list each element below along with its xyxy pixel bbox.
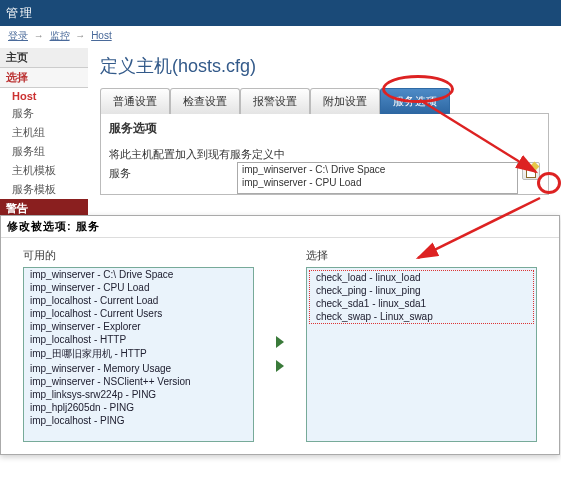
list-item[interactable]: imp_hplj2605dn - PING	[24, 401, 253, 414]
sidebar-item-hostgroup[interactable]: 主机组	[0, 123, 88, 142]
selected-column: 选择 check_load - linux_load check_ping - …	[306, 248, 537, 442]
page-title: 定义主机(hosts.cfg)	[100, 54, 549, 78]
list-item[interactable]: imp_localhost - PING	[24, 414, 253, 427]
window-title-bar: 管理	[0, 0, 561, 26]
breadcrumb-link-1[interactable]: 登录	[8, 30, 28, 41]
list-item[interactable]: check_swap - Linux_swap	[310, 310, 533, 323]
list-item[interactable]: check_sda1 - linux_sda1	[310, 297, 533, 310]
list-item[interactable]: check_load - linux_load	[310, 271, 533, 284]
tab-service-options[interactable]: 服务选项	[380, 88, 450, 114]
sidebar: 主页 选择 Host 服务 主机组 服务组 主机模板 服务模板 警告 命令 特征…	[0, 46, 88, 216]
list-item[interactable]: imp_winserver - C:\ Drive Space	[24, 268, 253, 281]
breadcrumb-sep: →	[31, 30, 47, 41]
breadcrumb-link-2[interactable]: 监控	[50, 30, 70, 41]
service-field-item: imp_winserver - C:\ Drive Space	[238, 163, 517, 176]
list-item[interactable]: imp_winserver - Memory Usage	[24, 362, 253, 375]
service-row-label: 服务	[109, 162, 237, 181]
service-field-item: imp_winserver - CPU Load	[238, 176, 517, 189]
annotation-rect-selected: check_load - linux_load check_ping - lin…	[309, 270, 534, 324]
available-column: 可用的 imp_winserver - C:\ Drive Space imp_…	[23, 248, 254, 442]
move-buttons	[272, 266, 288, 441]
sidebar-item-host[interactable]: Host	[0, 88, 88, 104]
service-row: 服务 imp_winserver - C:\ Drive Space imp_w…	[109, 162, 540, 194]
sidebar-item-service[interactable]: 服务	[0, 104, 88, 123]
svg-marker-2	[276, 336, 284, 348]
move-right-icon[interactable]	[272, 334, 288, 350]
tab-extra[interactable]: 附加设置	[310, 88, 380, 114]
section-desc: 将此主机配置加入到现有服务定义中	[109, 147, 540, 162]
tab-panel: 服务选项 将此主机配置加入到现有服务定义中 服务 imp_winserver -…	[100, 113, 549, 195]
edit-icon[interactable]	[522, 162, 540, 180]
sidebar-group-select[interactable]: 选择	[0, 68, 88, 88]
list-item[interactable]: imp_winserver - CPU Load	[24, 281, 253, 294]
service-picker-dialog: 修改被选项: 服务 可用的 imp_winserver - C:\ Drive …	[0, 215, 560, 455]
section-title: 服务选项	[109, 120, 540, 137]
sidebar-item-servicegroup[interactable]: 服务组	[0, 142, 88, 161]
list-item[interactable]: imp_localhost - Current Load	[24, 294, 253, 307]
list-item[interactable]: imp_localhost - Current Users	[24, 307, 253, 320]
list-item[interactable]: check_ping - linux_ping	[310, 284, 533, 297]
breadcrumb-sep: →	[72, 30, 88, 41]
tab-check[interactable]: 检查设置	[170, 88, 240, 114]
selected-label: 选择	[306, 248, 537, 263]
list-item[interactable]: imp_localhost - HTTP	[24, 333, 253, 346]
svg-marker-3	[276, 360, 284, 372]
service-field[interactable]: imp_winserver - C:\ Drive Space imp_wins…	[237, 162, 518, 194]
tab-alert[interactable]: 报警设置	[240, 88, 310, 114]
list-item[interactable]: imp_winserver - Explorer	[24, 320, 253, 333]
list-item[interactable]: imp_winserver - NSClient++ Version	[24, 375, 253, 388]
sidebar-group-home[interactable]: 主页	[0, 48, 88, 68]
sidebar-item-servicetemplate[interactable]: 服务模板	[0, 180, 88, 199]
list-item[interactable]: imp_linksys-srw224p - PING	[24, 388, 253, 401]
move-left-icon[interactable]	[272, 358, 288, 374]
dialog-title: 修改被选项: 服务	[1, 216, 559, 238]
tab-general[interactable]: 普通设置	[100, 88, 170, 114]
available-listbox[interactable]: imp_winserver - C:\ Drive Space imp_wins…	[23, 267, 254, 442]
tabs: 普通设置 检查设置 报警设置 附加设置 服务选项	[100, 88, 549, 114]
list-item[interactable]: imp_田哪旧家用机 - HTTP	[24, 346, 253, 362]
breadcrumb: 登录 → 监控 → Host	[0, 26, 561, 46]
selected-listbox[interactable]: check_load - linux_load check_ping - lin…	[306, 267, 537, 442]
available-label: 可用的	[23, 248, 254, 263]
main-content: 定义主机(hosts.cfg) 普通设置 检查设置 报警设置 附加设置 服务选项…	[88, 46, 561, 216]
breadcrumb-link-3[interactable]: Host	[91, 30, 112, 41]
sidebar-item-hosttemplate[interactable]: 主机模板	[0, 161, 88, 180]
